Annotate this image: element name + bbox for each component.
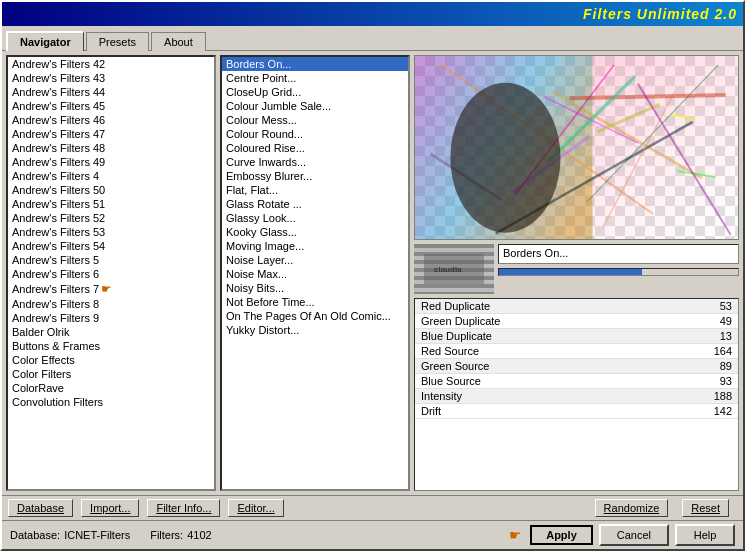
preview-bottom: Borders On... [414, 244, 739, 294]
category-list-item[interactable]: Andrew's Filters 54 [8, 239, 214, 253]
category-list-item[interactable]: Andrew's Filters 8 [8, 297, 214, 311]
param-value: 13 [720, 330, 732, 342]
arrow-icon: ☛ [101, 282, 112, 296]
apply-arrow-icon: ☛ [509, 527, 522, 543]
filter-list-item[interactable]: Flat, Flat... [222, 183, 408, 197]
param-value: 164 [714, 345, 732, 357]
category-list-item[interactable]: Convolution Filters [8, 395, 214, 409]
category-list-item[interactable]: Andrew's Filters 43 [8, 71, 214, 85]
left-panel: Andrew's Filters 42Andrew's Filters 43An… [6, 55, 216, 491]
param-name: Blue Duplicate [421, 330, 492, 342]
category-list-item[interactable]: Color Filters [8, 367, 214, 381]
filter-list-item[interactable]: Moving Image... [222, 239, 408, 253]
filter-list-item[interactable]: Coloured Rise... [222, 141, 408, 155]
param-value: 49 [720, 315, 732, 327]
category-list-item[interactable]: Andrew's Filters 50 [8, 183, 214, 197]
param-name: Green Source [421, 360, 489, 372]
database-button[interactable]: Database [8, 499, 73, 517]
tabs-area: Navigator Presets About [2, 26, 743, 51]
filter-name-box: Borders On... [498, 244, 739, 264]
reset-button[interactable]: Reset [682, 499, 729, 517]
thumb-canvas [414, 244, 494, 294]
category-list-item[interactable]: Buttons & Frames [8, 339, 214, 353]
param-value: 188 [714, 390, 732, 402]
category-listbox[interactable]: Andrew's Filters 42Andrew's Filters 43An… [8, 57, 214, 489]
filter-info-button[interactable]: Filter Info... [147, 499, 220, 517]
param-name: Intensity [421, 390, 462, 402]
middle-panel: Borders On...Centre Point...CloseUp Grid… [220, 55, 410, 491]
database-value: ICNET-Filters [64, 529, 130, 541]
bottom-toolbar: Database Import... Filter Info... Editor… [2, 495, 743, 520]
param-name: Red Source [421, 345, 479, 357]
main-content: Andrew's Filters 42Andrew's Filters 43An… [2, 51, 743, 495]
param-name: Blue Source [421, 375, 481, 387]
category-list-item[interactable]: Balder Olrik [8, 325, 214, 339]
status-bar: Database: ICNET-Filters Filters: 4102 ☛ … [2, 520, 743, 549]
category-list-item[interactable]: Andrew's Filters 49 [8, 155, 214, 169]
param-value: 142 [714, 405, 732, 417]
param-name: Green Duplicate [421, 315, 501, 327]
filter-list-item[interactable]: Yukky Distort... [222, 323, 408, 337]
title-bar: Filters Unlimited 2.0 [2, 2, 743, 26]
apply-button[interactable]: Apply [530, 525, 593, 545]
right-panel: Borders On... Red Duplicate 53 Green Dup… [414, 55, 739, 491]
filter-list-item[interactable]: Embossy Blurer... [222, 169, 408, 183]
randomize-button[interactable]: Randomize [595, 499, 669, 517]
filter-list-container: Borders On...Centre Point...CloseUp Grid… [220, 55, 410, 491]
filter-list-item[interactable]: On The Pages Of An Old Comic... [222, 309, 408, 323]
filter-list-item[interactable]: Glassy Look... [222, 211, 408, 225]
filter-list-item[interactable]: CloseUp Grid... [222, 85, 408, 99]
param-row: Intensity 188 [415, 389, 738, 404]
category-list-item[interactable]: Andrew's Filters 51 [8, 197, 214, 211]
filter-list-item[interactable]: Noise Layer... [222, 253, 408, 267]
filter-list-item[interactable]: Not Before Time... [222, 295, 408, 309]
filter-list-item[interactable]: Colour Round... [222, 127, 408, 141]
category-list-item[interactable]: Andrew's Filters 53 [8, 225, 214, 239]
filters-value: 4102 [187, 529, 211, 541]
import-button[interactable]: Import... [81, 499, 139, 517]
category-list-item[interactable]: Andrew's Filters 6 [8, 267, 214, 281]
cancel-button[interactable]: Cancel [599, 524, 669, 546]
filter-thumbnail [414, 244, 494, 294]
category-list-item[interactable]: Andrew's Filters 45 [8, 99, 214, 113]
filter-list-item[interactable]: Curve Inwards... [222, 155, 408, 169]
category-list-item[interactable]: Andrew's Filters 42 [8, 57, 214, 71]
filter-list-item[interactable]: Colour Jumble Sale... [222, 99, 408, 113]
help-button[interactable]: Help [675, 524, 735, 546]
category-list-item[interactable]: Andrew's Filters 44 [8, 85, 214, 99]
param-row: Red Source 164 [415, 344, 738, 359]
title-text: Filters Unlimited 2.0 [583, 6, 737, 22]
category-list-item[interactable]: Color Effects [8, 353, 214, 367]
filter-list-item[interactable]: Centre Point... [222, 71, 408, 85]
filter-list-item[interactable]: Colour Mess... [222, 113, 408, 127]
category-list-item[interactable]: Andrew's Filters 7☛ [8, 281, 214, 297]
editor-button[interactable]: Editor... [228, 499, 283, 517]
filters-status: Filters: 4102 [150, 529, 211, 541]
category-list-item[interactable]: Andrew's Filters 4 [8, 169, 214, 183]
filter-list-item[interactable]: Noisy Bits... [222, 281, 408, 295]
category-list-item[interactable]: Andrew's Filters 48 [8, 141, 214, 155]
filter-list-item[interactable]: Kooky Glass... [222, 225, 408, 239]
category-list-container: Andrew's Filters 42Andrew's Filters 43An… [6, 55, 216, 491]
category-list-item[interactable]: Andrew's Filters 5 [8, 253, 214, 267]
tab-presets[interactable]: Presets [86, 32, 149, 51]
category-list-item[interactable]: ColorRave [8, 381, 214, 395]
database-label: Database: [10, 529, 60, 541]
category-list-item[interactable]: Andrew's Filters 47 [8, 127, 214, 141]
tab-about[interactable]: About [151, 32, 206, 51]
param-value: 93 [720, 375, 732, 387]
toolbar-right-buttons: Randomize Reset [595, 499, 737, 517]
filter-list-item[interactable]: Glass Rotate ... [222, 197, 408, 211]
filter-listbox[interactable]: Borders On...Centre Point...CloseUp Grid… [222, 57, 408, 489]
preview-canvas [415, 56, 738, 240]
tab-navigator[interactable]: Navigator [6, 31, 84, 51]
filter-list-item[interactable]: Noise Max... [222, 267, 408, 281]
param-row: Blue Duplicate 13 [415, 329, 738, 344]
params-table: Red Duplicate 53 Green Duplicate 49 Blue… [414, 298, 739, 491]
category-list-item[interactable]: Andrew's Filters 46 [8, 113, 214, 127]
param-row: Red Duplicate 53 [415, 299, 738, 314]
category-list-item[interactable]: Andrew's Filters 9 [8, 311, 214, 325]
param-row: Green Source 89 [415, 359, 738, 374]
category-list-item[interactable]: Andrew's Filters 52 [8, 211, 214, 225]
filter-list-item[interactable]: Borders On... [222, 57, 408, 71]
